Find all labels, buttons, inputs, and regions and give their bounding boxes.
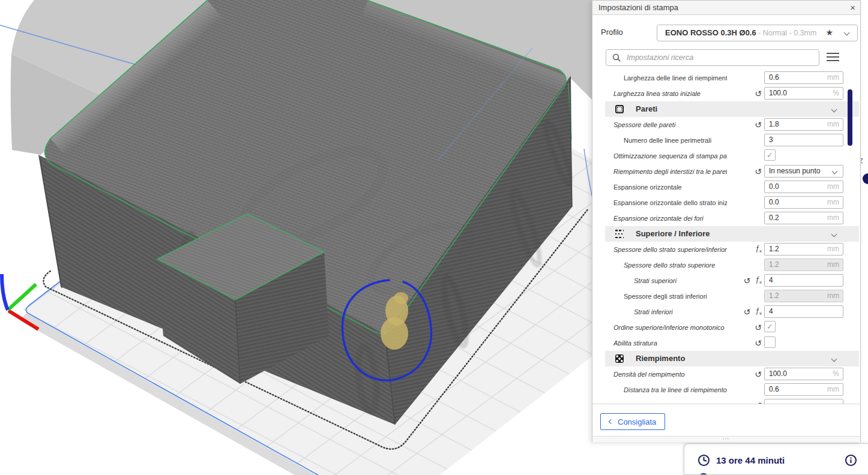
search-box[interactable]: [606, 49, 819, 66]
reset-icon[interactable]: ↺: [755, 167, 762, 176]
setting-icons: ↺: [726, 117, 762, 133]
checkbox[interactable]: [764, 336, 776, 348]
search-row: [592, 49, 860, 66]
setting-icons: [726, 70, 762, 86]
value-input[interactable]: 0.6mm: [764, 71, 843, 84]
value-input[interactable]: 0.0mm: [764, 196, 843, 209]
value-input[interactable]: 0.0mm: [764, 181, 843, 193]
3d-viewport[interactable]: [0, 0, 592, 475]
profile-row: Profilo EONO ROSSO 0.3H Ø0.6 - Normal - …: [592, 25, 860, 43]
value-input[interactable]: 4: [764, 305, 843, 318]
dropdown[interactable]: In nessun punto: [764, 165, 843, 178]
setting-control: 0.2mm: [764, 212, 843, 224]
value-input[interactable]: 100.0%: [764, 87, 843, 100]
recommended-label: Consigliata: [618, 417, 656, 426]
reset-icon[interactable]: ↺: [744, 276, 751, 285]
section-header[interactable]: Pareti: [605, 101, 859, 117]
section-header[interactable]: Superiore / Inferiore: [605, 226, 859, 242]
search-input[interactable]: [627, 50, 813, 65]
reset-icon[interactable]: ↺: [755, 323, 762, 332]
setting-row: Strati inferiori ↺ ƒx 4: [592, 304, 860, 320]
reset-icon[interactable]: ↺: [744, 308, 751, 316]
value-input[interactable]: 1.2mm: [764, 243, 843, 255]
setting-label: Espansione orizzontale dei fori: [592, 211, 727, 226]
setting-icons: ↺: [726, 86, 762, 101]
panel-resize-handle[interactable]: ⋯: [592, 436, 860, 442]
value-input[interactable]: 1.2mm: [764, 290, 843, 302]
formula-icon[interactable]: ƒx: [755, 245, 762, 254]
value-input[interactable]: 3: [764, 134, 843, 146]
info-icon[interactable]: [845, 454, 857, 467]
value-input[interactable]: 0.6mm: [764, 383, 843, 396]
profile-dropdown[interactable]: EONO ROSSO 0.3H Ø0.6 - Normal - 0.3mm ★: [657, 25, 858, 41]
setting-icons: ↺ ƒx: [726, 273, 762, 288]
layer-slider-handle[interactable]: [863, 173, 868, 184]
search-icon: [612, 53, 621, 62]
setting-label: Numero delle linee perimetrali: [592, 133, 727, 148]
profile-label: Profilo: [601, 28, 623, 37]
chevron-down-icon: [831, 107, 837, 113]
setting-row: Spessore dello strato superiore/inferior…: [592, 242, 860, 257]
setting-row: Spessore delle pareti ↺ 1.8mm: [592, 117, 860, 133]
reset-icon[interactable]: ↺: [755, 339, 762, 347]
checkbox[interactable]: ✓: [764, 149, 776, 161]
setting-control: 0.0mm: [764, 181, 843, 193]
panel-header: Impostazioni di stampa ×: [592, 1, 860, 15]
value-input[interactable]: 1.8mm: [764, 118, 843, 131]
setting-control: [764, 336, 843, 349]
scrollbar-thumb[interactable]: [848, 89, 852, 146]
value-input[interactable]: 4: [764, 274, 843, 287]
setting-label: Spessore degli strati inferiori: [592, 288, 727, 304]
setting-label: Riempimento degli interstizi tra le pare…: [592, 164, 727, 179]
setting-row: Ottimizzazione sequenza di stampa pareti…: [592, 148, 860, 164]
value-input[interactable]: 100.0%: [764, 368, 843, 380]
checkbox[interactable]: ✓: [764, 321, 776, 332]
formula-icon[interactable]: ƒx: [755, 307, 762, 316]
reset-icon[interactable]: ↺: [755, 370, 762, 378]
section-label: Pareti: [636, 101, 657, 117]
setting-row: Larghezza delle linee di riempimento 0.6…: [592, 70, 860, 86]
setting-icons: ↺: [726, 366, 762, 382]
print-job-summary-card[interactable]: 13 ore 44 minuti: [684, 443, 868, 475]
value-input[interactable]: 0.2mm: [764, 212, 843, 224]
reset-icon[interactable]: ↺: [755, 89, 762, 98]
setting-control: 1.2mm: [764, 290, 843, 302]
setting-label: Larghezza linea strato iniziale: [592, 86, 727, 101]
setting-control: 1.2mm: [764, 243, 843, 255]
section-label: Superiore / Inferiore: [636, 226, 710, 242]
hamburger-menu-icon[interactable]: [827, 53, 839, 62]
setting-icons: [726, 133, 762, 148]
setting-row: Espansione orizzontale 0.0mm: [592, 179, 860, 195]
setting-icons: ↺: [726, 335, 762, 351]
setting-label: Larghezza delle linee di riempimento: [592, 70, 727, 86]
chevron-down-icon: [832, 169, 838, 175]
setting-icons: ↺: [726, 320, 762, 335]
setting-control: ✓: [764, 149, 843, 162]
setting-control: 1.2mm: [764, 258, 843, 271]
star-icon[interactable]: ★: [825, 28, 833, 37]
setting-row: Espansione orizzontale dei fori 0.2mm: [592, 211, 860, 226]
recommended-mode-button[interactable]: Consigliata: [600, 413, 665, 430]
reset-icon[interactable]: ↺: [755, 121, 762, 129]
profile-name: EONO ROSSO 0.3H Ø0.6 - Normal - 0.3mm: [665, 28, 816, 37]
setting-control: 4: [764, 305, 843, 318]
setting-control: 1.8mm: [764, 118, 843, 131]
setting-control: ✓: [764, 321, 843, 333]
setting-icons: ↺: [726, 398, 762, 404]
value-input[interactable]: [764, 399, 843, 404]
setting-row: Larghezza linea strato iniziale ↺ 100.0%: [592, 86, 860, 101]
settings-list: Larghezza delle linee di riempimento 0.6…: [592, 70, 860, 404]
setting-icons: [726, 288, 762, 304]
close-icon[interactable]: ×: [850, 1, 855, 14]
setting-control: 3: [764, 134, 843, 146]
print-settings-panel: Impostazioni di stampa × Profilo EONO RO…: [592, 0, 861, 442]
section-header[interactable]: Riempimento: [605, 351, 859, 366]
setting-icons: ƒx: [726, 242, 762, 257]
topbottom-icon: [615, 230, 624, 238]
setting-row: Densità del riempimento ↺ 100.0%: [592, 366, 860, 382]
value-input[interactable]: 1.2mm: [764, 258, 843, 271]
formula-icon[interactable]: ƒx: [755, 276, 762, 285]
setting-icons: [726, 382, 762, 398]
setting-icons: [726, 257, 762, 273]
chevron-left-icon: [609, 419, 613, 424]
